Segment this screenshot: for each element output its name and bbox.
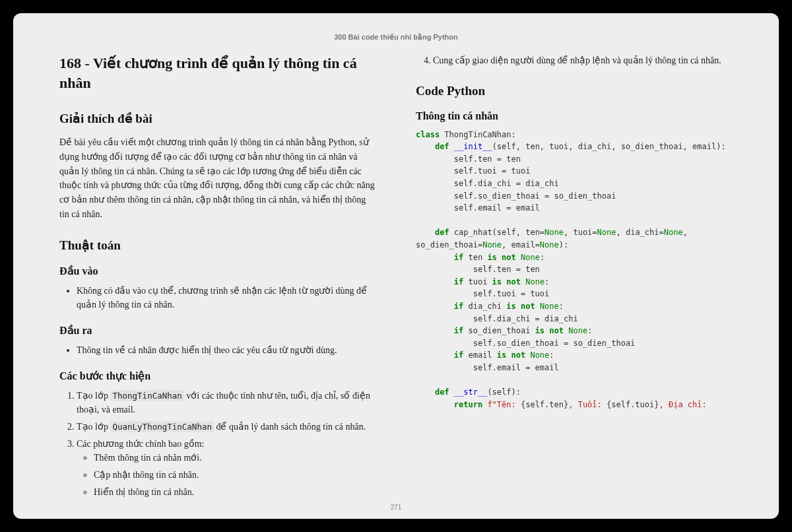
paragraph-explain: Đề bài yêu cầu viết một chương trình quả… [59, 135, 376, 221]
list-item: Tạo lớp QuanLyThongTinCaNhan để quản lý … [77, 420, 376, 434]
heading-explain: Giải thích đề bài [59, 111, 376, 126]
inline-code: ThongTinCaNhan [110, 390, 183, 401]
book-title: 300 Bài code thiếu nhi bằng Python [59, 33, 733, 42]
code-block: class ThongTinCaNhan: def __init__(self,… [416, 129, 733, 411]
inline-code: QuanLyThongTinCaNhan [110, 421, 214, 432]
heading-code-section: Thông tin cá nhân [416, 110, 733, 122]
exercise-title: 168 - Viết chương trình để quản lý thông… [59, 53, 376, 92]
page-number: 271 [13, 504, 779, 511]
list-output: Thông tin về cá nhân được hiển thị theo … [59, 343, 376, 358]
list-item: Không có đầu vào cụ thể, chương trình sẽ… [77, 284, 376, 312]
list-input: Không có đầu vào cụ thể, chương trình sẽ… [59, 284, 376, 312]
list-item: Cập nhật thông tin cá nhân. [94, 468, 376, 482]
list-item: Thêm thông tin cá nhân mới. [94, 451, 376, 465]
content-columns: 168 - Viết chương trình để quản lý thông… [59, 53, 733, 502]
heading-algorithm: Thuật toán [59, 238, 376, 253]
heading-steps: Các bước thực hiện [59, 370, 376, 382]
list-item: Cung cấp giao diện người dùng để nhập lệ… [433, 53, 733, 68]
heading-output: Đầu ra [59, 324, 376, 337]
list-item: Thông tin về cá nhân được hiển thị theo … [77, 343, 376, 358]
list-item: Hiển thị thông tin cá nhân. [94, 485, 376, 500]
document-page: 300 Bài code thiếu nhi bằng Python 168 -… [13, 13, 779, 519]
list-item: Các phương thức chính bao gồm: Thêm thôn… [77, 437, 376, 500]
heading-input: Đầu vào [59, 265, 376, 277]
list-item: Tạo lớp ThongTinCaNhan với các thuộc tín… [77, 389, 376, 417]
heading-code: Code Python [416, 84, 733, 98]
